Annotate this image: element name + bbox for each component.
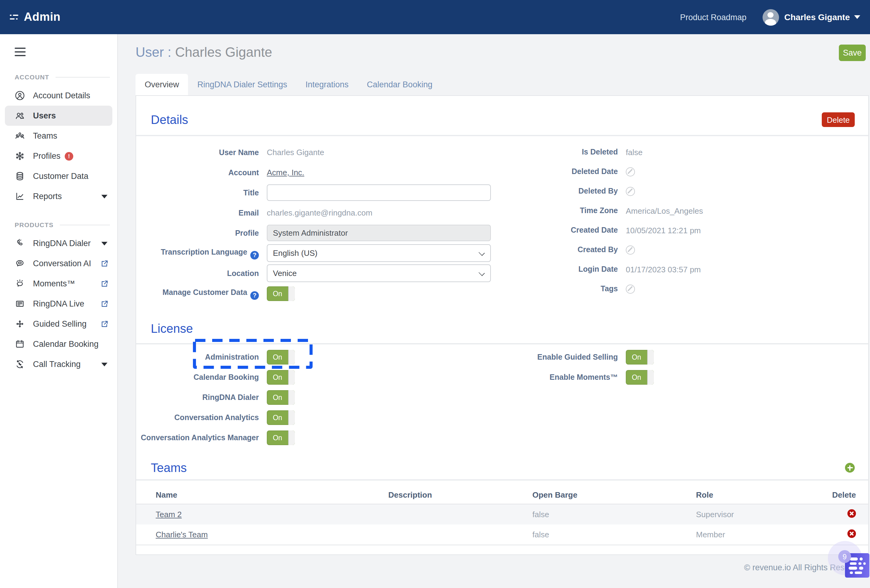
license-row-calendar-booking: Calendar BookingOn	[136, 367, 495, 387]
team-link[interactable]: Charlie's Team	[156, 530, 208, 539]
field-link[interactable]: Acme, Inc.	[267, 168, 304, 177]
field-row-login-date: Login Date01/17/2023 03:57 pm	[495, 259, 868, 279]
manage-customer-data-toggle[interactable]: On	[267, 286, 295, 301]
chevron-down-icon[interactable]	[854, 15, 860, 19]
delete-row-icon[interactable]	[848, 529, 856, 538]
team-description-cell	[369, 524, 513, 545]
brand-logo[interactable]: Admin	[10, 10, 60, 24]
tab-calendar-booking[interactable]: Calendar Booking	[358, 74, 442, 95]
toggle-on-label: On	[626, 370, 647, 384]
external-link-icon[interactable]	[100, 259, 109, 268]
call-tracking-icon	[15, 359, 25, 369]
person-circle-icon	[15, 90, 25, 101]
sidebar-item-calendar-booking[interactable]: Calendar Booking	[5, 334, 112, 354]
sidebar-item-users[interactable]: Users	[5, 106, 112, 126]
license-label: Conversation Analytics	[136, 413, 259, 421]
location-select[interactable]: Venice	[267, 264, 491, 282]
chevron-down-icon[interactable]	[101, 362, 107, 366]
help-icon[interactable]: ?	[250, 251, 259, 259]
enable-guided-selling-toggle[interactable]: On	[626, 350, 654, 364]
sidebar-item-teams[interactable]: Teams	[5, 126, 112, 146]
calendar-booking-toggle[interactable]: On	[267, 370, 295, 384]
select-value: English (US)	[273, 249, 317, 258]
table-row: Charlie's TeamfalseMember	[136, 524, 868, 545]
field-row-user-name: User NameCharles Gigante	[136, 142, 495, 162]
field-label: Deleted By	[495, 187, 618, 195]
sidebar-section-products: PRODUCTS	[15, 221, 117, 228]
field-row-tags: Tags	[495, 279, 868, 299]
section-divider-line	[55, 77, 110, 77]
license-label: RingDNA Dialer	[136, 393, 259, 402]
product-roadmap-link[interactable]: Product Roadmap	[680, 12, 747, 22]
title-field[interactable]	[267, 185, 491, 201]
help-icon[interactable]: ?	[250, 291, 259, 300]
toggle-handle[interactable]	[647, 370, 654, 384]
hamburger-menu-icon[interactable]	[15, 48, 25, 56]
tab-overview[interactable]: Overview	[136, 74, 188, 95]
field-label: Email	[136, 208, 259, 217]
teams-col-open-barge: Open Barge	[513, 485, 676, 504]
toggle-handle[interactable]	[288, 350, 295, 364]
field-row-created-by: Created By	[495, 240, 868, 259]
field-value: false	[626, 147, 642, 156]
enable-moments-toggle[interactable]: On	[626, 370, 654, 384]
empty-value-icon	[626, 284, 635, 293]
external-link-icon[interactable]	[100, 320, 109, 328]
toggle-handle[interactable]	[288, 370, 295, 384]
tab-integrations[interactable]: Integrations	[296, 74, 358, 95]
toggle-handle[interactable]	[288, 410, 295, 425]
sidebar-item-account-details[interactable]: Account Details	[5, 85, 112, 106]
sidebar-item-guided-selling[interactable]: Guided Selling	[5, 314, 112, 334]
sidebar-item-profiles[interactable]: Profiles!	[5, 146, 112, 166]
chevron-down-icon[interactable]	[101, 195, 107, 198]
sidebar-item-reports[interactable]: Reports	[5, 186, 112, 206]
field-label: Title	[136, 188, 259, 197]
field-row-deleted-date: Deleted Date	[495, 162, 868, 182]
toggle-handle[interactable]	[288, 430, 295, 445]
license-heading: License	[151, 322, 193, 335]
toggle-handle[interactable]	[288, 390, 295, 405]
sidebar-item-moments[interactable]: Moments™	[5, 274, 112, 294]
field-row-account: AccountAcme, Inc.	[136, 162, 495, 183]
user-menu[interactable]: Charles Gigante	[784, 12, 850, 22]
select-value: Venice	[273, 269, 297, 278]
transcription-language-select[interactable]: English (US)	[267, 244, 491, 262]
sidebar-item-call-tracking[interactable]: Call Tracking	[5, 354, 112, 374]
user-avatar[interactable]	[762, 9, 779, 25]
sidebar-item-label: RingDNA Dialer	[33, 239, 91, 248]
sidebar-item-conversation-ai[interactable]: Conversation AI	[5, 253, 112, 274]
delete-user-button[interactable]: Delete	[822, 112, 855, 127]
toggle-on-label: On	[267, 350, 288, 364]
sidebar-item-ringdna-live[interactable]: RingDNA Live	[5, 294, 112, 314]
toggle-handle[interactable]	[288, 286, 295, 301]
toggle-handle[interactable]	[647, 350, 654, 364]
sidebar-item-ringdna-dialer[interactable]: RingDNA Dialer	[5, 233, 112, 253]
field-row-time-zone: Time ZoneAmerica/Los_Angeles	[495, 201, 868, 220]
license-row-conversation-analytics-manager: Conversation Analytics ManagerOn	[136, 427, 495, 448]
team-link[interactable]: Team 2	[156, 510, 182, 519]
team-open-barge-cell: false	[513, 524, 676, 545]
administration-toggle[interactable]: On	[267, 350, 295, 364]
chevron-down-icon[interactable]	[101, 241, 107, 245]
delete-row-icon[interactable]	[848, 509, 856, 518]
sidebar: ACCOUNTAccount DetailsUsersTeamsProfiles…	[0, 34, 118, 588]
empty-value-icon	[626, 167, 635, 176]
sidebar-item-customer-data[interactable]: Customer Data	[5, 166, 112, 186]
team-role-cell: Member	[676, 524, 793, 545]
ringdna-dialer-toggle[interactable]: On	[267, 390, 295, 405]
add-team-button[interactable]	[845, 463, 855, 473]
conversation-analytics-toggle[interactable]: On	[267, 410, 295, 425]
details-right-column: Is DeletedfalseDeleted DateDeleted ByTim…	[495, 142, 868, 308]
external-link-icon[interactable]	[100, 279, 109, 288]
sidebar-item-label: Guided Selling	[33, 319, 87, 329]
sidebar-item-label: Call Tracking	[33, 360, 80, 369]
save-button[interactable]: Save	[839, 44, 866, 61]
tab-ringdna-dialer-settings[interactable]: RingDNA Dialer Settings	[188, 74, 296, 95]
field-row-deleted-by: Deleted By	[495, 182, 868, 201]
sidebar-item-label: Profiles	[33, 152, 60, 161]
conversation-analytics-manager-toggle[interactable]: On	[267, 430, 295, 445]
external-link-icon[interactable]	[100, 299, 109, 308]
sidebar-item-label: Customer Data	[33, 171, 88, 181]
profile-field	[267, 225, 491, 241]
table-row: Team 2falseSupervisor	[136, 504, 868, 524]
